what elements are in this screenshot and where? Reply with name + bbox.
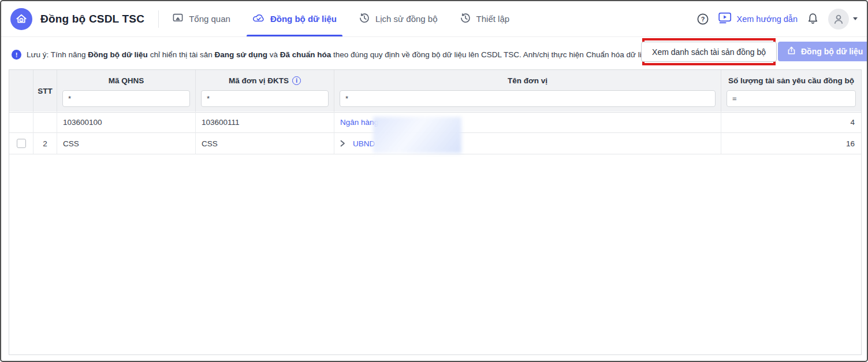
filter-so-luong-input[interactable] — [727, 90, 856, 107]
tab-label: Lịch sử đồng bộ — [375, 14, 438, 24]
row1-checkbox-cell — [9, 112, 33, 133]
notifications-bell-icon[interactable] — [806, 12, 819, 25]
row2-ma-qhns: CSS — [57, 133, 196, 154]
video-tutorial-icon — [718, 12, 732, 27]
row-checkbox[interactable] — [17, 139, 26, 148]
filter-ma-don-vi-dkts-input[interactable] — [201, 90, 329, 107]
tab-tong-quan[interactable]: Tổng quan — [161, 1, 241, 36]
annotation-highlight-box: Xem danh sách tài sản đồng bộ — [642, 38, 776, 65]
tab-label: Đồng bộ dữ liệu — [270, 14, 337, 24]
tab-dong-bo-du-lieu[interactable]: Đồng bộ dữ liệu — [241, 1, 348, 36]
history-icon — [359, 12, 370, 25]
filter-ten-don-vi-input[interactable] — [340, 90, 716, 107]
header-ma-don-vi-dkts: Mã đơn vị ĐKTSi — [196, 70, 334, 113]
row1-stt — [33, 112, 57, 133]
overview-icon — [172, 12, 184, 25]
tab-thiet-lap[interactable]: Thiết lập — [449, 1, 521, 36]
upload-icon — [787, 46, 796, 57]
info-circle-icon[interactable]: i — [292, 76, 301, 85]
sync-data-button[interactable]: Đồng bộ dữ liệu — [778, 42, 868, 61]
row2-so-luong: 16 — [721, 133, 861, 154]
guide-link[interactable]: Xem hướng dẫn — [718, 12, 798, 27]
top-bar-right: ? Xem hướng dẫn — [696, 9, 867, 29]
main-nav: Tổng quan Đồng bộ dữ liệu — [161, 1, 520, 36]
svg-text:?: ? — [701, 16, 705, 23]
table-header-row: STT Mã QHNS Mã đơn vị ĐKTSi Tên đơn vị S… — [9, 70, 861, 112]
sync-table-panel: STT Mã QHNS Mã đơn vị ĐKTSi Tên đơn vị S… — [9, 69, 862, 355]
page-title: Đồng bộ CSDL TSC — [40, 13, 144, 25]
row2-ma-don-vi-dkts: CSS — [196, 133, 334, 154]
cloud-sync-check-icon — [252, 12, 265, 25]
header-stt: STT — [33, 70, 57, 113]
header-checkbox-column — [9, 70, 33, 113]
history-icon — [460, 12, 471, 25]
info-alert-icon: ! — [12, 50, 21, 60]
tab-lich-su-dong-bo[interactable]: Lịch sử đồng bộ — [348, 1, 449, 36]
row2-checkbox-cell — [9, 133, 33, 154]
row1-ma-don-vi-dkts: 103600111 — [196, 112, 334, 133]
blurred-region — [373, 117, 461, 153]
user-menu[interactable] — [828, 9, 858, 29]
expand-chevron-right-icon[interactable] — [340, 140, 345, 147]
view-sync-list-button[interactable]: Xem danh sách tài sản đồng bộ — [641, 42, 777, 62]
header-ma-qhns: Mã QHNS — [57, 70, 196, 113]
header-so-luong: Số lượng tài sản yêu cầu đồng bộ — [721, 70, 861, 113]
row1-so-luong: 4 — [721, 112, 861, 133]
top-bar: Đồng bộ CSDL TSC Tổng quan — [1, 1, 867, 37]
app-window: Đồng bộ CSDL TSC Tổng quan — [0, 0, 868, 362]
avatar — [828, 9, 849, 29]
row2-stt: 2 — [33, 133, 57, 154]
filter-ma-qhns-input[interactable] — [62, 90, 190, 107]
notice-text: Lưu ý: Tính năng Đồng bộ dữ liệu chỉ hiể… — [27, 49, 702, 61]
chevron-down-icon — [853, 17, 858, 20]
sync-data-button-label: Đồng bộ dữ liệu — [801, 47, 863, 56]
guide-link-label: Xem hướng dẫn — [737, 14, 798, 24]
notice: ! Lưu ý: Tính năng Đồng bộ dữ liệu chỉ h… — [12, 49, 702, 61]
tab-label: Thiết lập — [476, 14, 510, 24]
header-ten-don-vi: Tên đơn vị — [334, 70, 721, 113]
app-logo-home-icon — [10, 8, 32, 30]
unit-name-link[interactable]: UBND — [353, 139, 375, 148]
title-divider — [158, 10, 159, 28]
help-question-icon[interactable]: ? — [696, 13, 709, 25]
tab-label: Tổng quan — [189, 14, 230, 24]
row1-ma-qhns: 103600100 — [57, 112, 196, 133]
